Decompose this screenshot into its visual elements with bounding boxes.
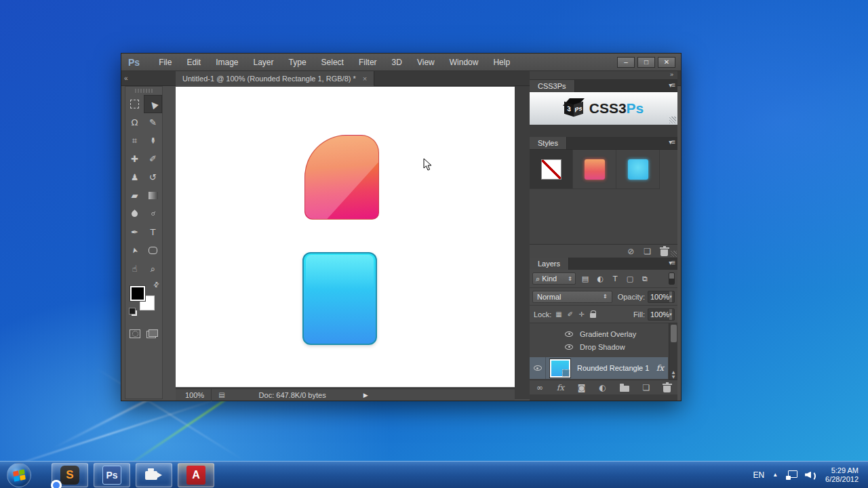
fill-field[interactable]: 100% ▾	[648, 308, 675, 321]
close-button[interactable]: ✕	[658, 57, 675, 68]
dropdown-arrow-icon[interactable]: ▾	[669, 309, 672, 320]
filter-smart-objects-icon[interactable]: ⧉	[639, 274, 650, 283]
filtering-toggle[interactable]	[669, 272, 675, 285]
tool-hand[interactable]: ☝	[125, 260, 144, 278]
tool-eyedropper[interactable]: ✒	[144, 131, 162, 150]
tool-type[interactable]: T	[144, 223, 162, 241]
tool-clone-stamp[interactable]: ♟	[125, 168, 144, 186]
layer-fx-badge[interactable]: fx	[656, 363, 664, 373]
minimize-button[interactable]: –	[617, 57, 635, 68]
style-cool-gradient[interactable]	[616, 150, 660, 189]
add-layer-style-icon[interactable]: fx	[557, 383, 564, 392]
menu-help[interactable]: Help	[486, 56, 517, 69]
menu-edit[interactable]: Edit	[180, 56, 208, 69]
panel-menu-icon[interactable]: ▾≡	[669, 259, 675, 266]
visibility-eye-icon[interactable]	[565, 331, 573, 337]
tool-move[interactable]: ▲	[144, 95, 162, 113]
opacity-field[interactable]: 100% ▾	[648, 291, 675, 303]
rounded-rectangle-cool[interactable]	[302, 252, 377, 345]
screen-mode-icon[interactable]	[146, 329, 158, 338]
delete-style-icon[interactable]	[660, 249, 668, 256]
titlebar[interactable]: Ps File Edit Image Layer Type Select Fil…	[121, 54, 681, 71]
volume-icon[interactable]	[805, 470, 817, 480]
menu-type[interactable]: Type	[282, 56, 313, 69]
tray-expand-icon[interactable]: ▲	[772, 472, 778, 478]
network-icon[interactable]	[786, 470, 797, 480]
layers-scrollbar[interactable]: ▲ ▼	[669, 323, 677, 380]
scrollbar-thumb[interactable]	[671, 325, 677, 342]
resize-grip[interactable]	[669, 117, 676, 123]
clipped-effect-row[interactable]	[562, 323, 664, 326]
panel-menu-icon[interactable]: ▾≡	[669, 138, 675, 146]
tool-healing-brush[interactable]: ✚	[125, 150, 144, 168]
default-colors-icon[interactable]	[129, 308, 138, 317]
document-tab[interactable]: Untitled-1 @ 100% (Rounded Rectangle 1, …	[176, 71, 374, 86]
swap-colors-icon[interactable]: ⇄	[151, 280, 161, 289]
blend-mode-dropdown[interactable]: Normal ⇕	[532, 291, 612, 303]
maximize-button[interactable]: □	[637, 57, 655, 68]
filter-shape-layers-icon[interactable]: ▢	[625, 274, 635, 283]
tab-layers[interactable]: Layers	[530, 258, 569, 270]
status-expand-icon[interactable]: ▶	[363, 392, 368, 399]
menu-view[interactable]: View	[410, 56, 441, 69]
visibility-eye-icon[interactable]	[565, 344, 573, 350]
menu-file[interactable]: File	[152, 56, 178, 69]
dropdown-arrow-icon[interactable]: ▾	[669, 291, 672, 302]
css3ps-banner[interactable]: 3 Ps CSS3Ps	[530, 92, 677, 125]
tool-path-selection[interactable]: ➤	[125, 241, 144, 260]
clock[interactable]: 5:29 AM 6/28/2012	[825, 466, 859, 484]
zoom-level[interactable]: 100%	[176, 391, 211, 399]
new-layer-icon[interactable]: ❏	[642, 383, 650, 392]
scroll-down-icon[interactable]: ▼	[672, 374, 675, 379]
tool-lasso[interactable]: Ω	[125, 113, 144, 131]
visibility-eye-icon[interactable]	[534, 365, 542, 371]
lock-pixels-icon[interactable]: ✐	[568, 310, 573, 318]
tool-blur[interactable]	[125, 205, 144, 223]
taskbar-recorder[interactable]	[136, 463, 172, 487]
tool-quick-selection[interactable]: ✎	[144, 113, 162, 131]
filter-adjustment-layers-icon[interactable]: ◐	[595, 274, 606, 283]
panel-menu-icon[interactable]: ▾≡	[669, 81, 675, 89]
toolbar-grip[interactable]	[135, 89, 153, 93]
canvas[interactable]	[176, 87, 515, 387]
menu-3d[interactable]: 3D	[385, 56, 409, 69]
tool-crop[interactable]: ⌗	[125, 131, 144, 150]
taskbar-adobe[interactable]: A	[178, 463, 214, 487]
tool-brush[interactable]: ✐	[144, 150, 162, 168]
collapse-left-icon[interactable]: «	[121, 73, 131, 84]
new-style-icon[interactable]: ❏	[644, 247, 651, 256]
style-none[interactable]	[530, 150, 573, 189]
filter-type-layers-icon[interactable]: T	[610, 274, 620, 283]
resize-grip[interactable]	[671, 251, 677, 257]
layer-row-rounded-rectangle-1[interactable]: Rounded Rectangle 1 fx	[530, 357, 668, 379]
tab-styles[interactable]: Styles	[530, 137, 567, 149]
style-warm-gradient[interactable]	[573, 150, 616, 189]
effect-gradient-overlay[interactable]: Gradient Overlay	[530, 327, 668, 340]
language-indicator[interactable]: EN	[753, 470, 764, 480]
start-button[interactable]	[7, 463, 31, 487]
tool-history-brush[interactable]: ↺	[144, 168, 162, 186]
tool-rectangle-shape[interactable]	[144, 241, 162, 260]
layer-thumbnail[interactable]	[550, 359, 570, 378]
tab-css3ps[interactable]: CSS3Ps	[530, 80, 575, 92]
visibility-gutter[interactable]	[530, 357, 546, 379]
menu-filter[interactable]: Filter	[352, 56, 384, 69]
lock-transparency-icon[interactable]: ▦	[555, 310, 561, 318]
collapse-to-icons-button[interactable]: »	[530, 71, 677, 80]
clear-style-icon[interactable]: ⊘	[627, 247, 634, 256]
add-adjustment-layer-icon[interactable]: ◐	[599, 383, 606, 392]
tool-rectangular-marquee[interactable]	[125, 95, 144, 113]
scroll-up-icon[interactable]: ▲	[672, 369, 675, 374]
tool-zoom[interactable]: ⌕	[144, 260, 162, 278]
filter-pixel-layers-icon[interactable]: ▤	[580, 274, 591, 283]
kind-filter-dropdown[interactable]: ⌕ Kind ⇕	[532, 272, 576, 285]
tool-gradient[interactable]	[144, 186, 162, 205]
delete-layer-icon[interactable]	[663, 386, 671, 392]
new-group-icon[interactable]	[620, 386, 629, 392]
effect-drop-shadow[interactable]: Drop Shadow	[530, 340, 668, 353]
add-layer-mask-icon[interactable]: ◙	[578, 383, 586, 392]
tool-dodge[interactable]: ⌕	[144, 205, 162, 223]
quick-mask-icon[interactable]	[130, 329, 140, 338]
tool-eraser[interactable]: ▰	[125, 186, 144, 205]
menu-select[interactable]: Select	[315, 56, 351, 69]
